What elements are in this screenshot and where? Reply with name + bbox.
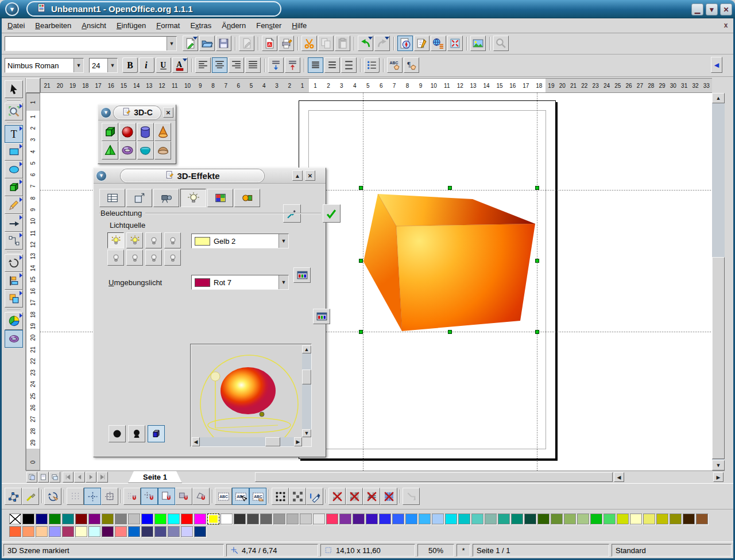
selection-handle[interactable] bbox=[448, 330, 452, 334]
light-source-5-button[interactable] bbox=[107, 250, 124, 266]
paste-button[interactable] bbox=[335, 36, 350, 51]
page-tab-seite-1[interactable]: Seite 1 bbox=[128, 471, 182, 483]
first-page-button[interactable] bbox=[63, 472, 74, 483]
color-swatch[interactable] bbox=[524, 514, 536, 524]
font-name-dropdown-icon[interactable]: ▼ bbox=[74, 59, 83, 72]
connector-tool-button[interactable] bbox=[5, 232, 23, 250]
color-swatch[interactable] bbox=[22, 526, 34, 537]
color-swatch[interactable] bbox=[168, 526, 180, 537]
color-swatch[interactable] bbox=[405, 514, 417, 524]
char-hand-button[interactable]: ABC bbox=[387, 57, 403, 73]
palette-close-icon[interactable]: ✕ bbox=[163, 107, 173, 118]
opt-x-line-button[interactable] bbox=[380, 488, 397, 505]
flyout-arrow-icon[interactable] bbox=[20, 273, 22, 278]
ellipse-tool-button[interactable] bbox=[5, 161, 23, 178]
flyout-arrow-icon[interactable] bbox=[20, 104, 22, 108]
flyout-arrow-icon[interactable] bbox=[20, 197, 22, 202]
color-swatch[interactable] bbox=[300, 514, 312, 524]
zoom-magnifier-button[interactable] bbox=[493, 36, 509, 51]
color-swatch[interactable] bbox=[445, 514, 457, 524]
para-hand-button[interactable]: ¶ bbox=[404, 57, 419, 73]
align-right-button[interactable] bbox=[229, 57, 244, 73]
dialog-dock-icon[interactable]: ▲ bbox=[292, 170, 303, 181]
color-swatch-none[interactable] bbox=[9, 514, 21, 524]
menu-einfügen[interactable]: Einfügen bbox=[111, 18, 151, 33]
window-menu-button[interactable]: ▼ bbox=[5, 2, 19, 16]
shade-button[interactable]: ▼ bbox=[706, 3, 718, 15]
color-swatch[interactable] bbox=[273, 514, 285, 524]
text-tool-button[interactable]: T bbox=[5, 125, 23, 143]
navigator-compass-button[interactable] bbox=[397, 36, 413, 51]
url-combobox[interactable]: ▼ bbox=[5, 36, 177, 51]
tab-geometry-button[interactable] bbox=[126, 189, 152, 207]
save-floppy-button[interactable] bbox=[216, 36, 231, 51]
selection-handle[interactable] bbox=[535, 186, 539, 190]
flyout-arrow-icon[interactable] bbox=[20, 233, 22, 238]
select-arrow-button[interactable] bbox=[5, 80, 23, 98]
opt-grid-button[interactable] bbox=[67, 488, 84, 505]
underline-button[interactable]: U bbox=[156, 57, 171, 73]
zoom-page-button[interactable] bbox=[447, 36, 463, 51]
color-swatch[interactable] bbox=[115, 526, 127, 537]
shape-sphere-button[interactable] bbox=[119, 123, 136, 141]
status-page[interactable]: Seite 1 / 1 bbox=[473, 544, 609, 557]
open-folder-button[interactable] bbox=[199, 36, 215, 51]
color-swatch[interactable] bbox=[379, 514, 391, 524]
layer-view-normal-button[interactable] bbox=[26, 472, 37, 483]
previous-page-button[interactable] bbox=[74, 472, 85, 483]
opt-snapmargin-button[interactable] bbox=[158, 488, 175, 505]
palette-menu-button[interactable]: ▼ bbox=[100, 107, 111, 118]
color-swatch[interactable] bbox=[458, 514, 470, 524]
export-pdf-button[interactable]: A bbox=[262, 36, 277, 51]
menu-extras[interactable]: Extras bbox=[185, 18, 216, 33]
ambient-color-combobox[interactable]: Rot 7 ▼ bbox=[191, 275, 289, 290]
copy-button[interactable] bbox=[318, 36, 334, 51]
redo-button[interactable] bbox=[374, 36, 390, 51]
ambient-color-dialog-button[interactable] bbox=[313, 309, 330, 324]
opt-snapsnap-button[interactable] bbox=[141, 488, 158, 505]
color-swatch[interactable] bbox=[102, 514, 114, 524]
tab-textures-button[interactable] bbox=[207, 189, 233, 207]
color-swatch[interactable] bbox=[88, 526, 100, 537]
flyout-arrow-icon[interactable] bbox=[20, 144, 22, 149]
color-swatch[interactable] bbox=[656, 514, 668, 524]
title-bar[interactable]: ▼ Unbenannt1 - OpenOffice.org 1.1.1 ▁ ▼ … bbox=[0, 0, 735, 18]
rect-tool-button[interactable] bbox=[5, 143, 23, 161]
new-document-button[interactable] bbox=[183, 36, 198, 51]
shape-shell-button[interactable] bbox=[137, 141, 154, 160]
layer-view-layer-button[interactable] bbox=[49, 472, 60, 483]
status-zoom[interactable]: 50% bbox=[417, 544, 454, 557]
dialog-close-icon[interactable]: ✕ bbox=[305, 170, 315, 181]
last-page-button[interactable] bbox=[97, 472, 108, 483]
opt-helplines-button[interactable] bbox=[101, 488, 118, 505]
opt-editpoints-button[interactable] bbox=[5, 488, 22, 505]
light-source-6-button[interactable] bbox=[126, 250, 143, 266]
color-swatch[interactable] bbox=[419, 514, 431, 524]
opt-handles-large-button[interactable] bbox=[289, 488, 306, 505]
shape-pyramid-button[interactable] bbox=[102, 141, 118, 160]
status-position[interactable]: 4,74 / 6,74 bbox=[226, 544, 318, 557]
color-swatch[interactable] bbox=[564, 514, 576, 524]
flyout-arrow-icon[interactable] bbox=[20, 291, 22, 295]
color-swatch[interactable] bbox=[696, 514, 708, 524]
dropdown-arrow-icon[interactable] bbox=[385, 37, 389, 40]
light-source-7-button[interactable] bbox=[145, 250, 162, 266]
color-swatch[interactable] bbox=[326, 514, 338, 524]
color-swatch[interactable] bbox=[128, 526, 140, 537]
color-swatch[interactable] bbox=[366, 514, 378, 524]
color-swatch[interactable] bbox=[432, 514, 444, 524]
align-tool-button[interactable] bbox=[5, 272, 23, 290]
opt-snapborder-button[interactable] bbox=[175, 488, 192, 505]
color-swatch[interactable] bbox=[617, 514, 629, 524]
color-swatch[interactable] bbox=[590, 514, 602, 524]
scroll-up-icon[interactable]: ▲ bbox=[712, 93, 725, 103]
menu-format[interactable]: Format bbox=[151, 18, 185, 33]
selection-handle[interactable] bbox=[535, 259, 539, 263]
linespacing-1-button[interactable] bbox=[308, 57, 323, 73]
light-source-1-button[interactable] bbox=[107, 232, 124, 248]
color-swatch[interactable] bbox=[141, 514, 153, 524]
status-size[interactable]: 14,10 x 11,60 bbox=[320, 544, 415, 557]
align-left-button[interactable] bbox=[195, 57, 211, 73]
effects-tool-button[interactable] bbox=[5, 312, 23, 330]
color-swatch[interactable] bbox=[670, 514, 682, 524]
